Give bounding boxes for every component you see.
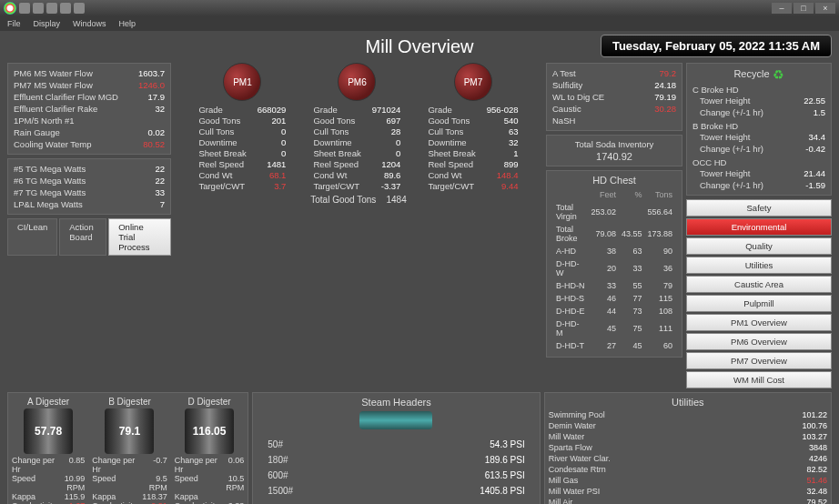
recycle-title: Recycle ♻ (692, 67, 825, 82)
data-row: Caustic30.28 (552, 103, 676, 115)
data-row: PM6 MS Water Flow1603.7 (14, 67, 165, 79)
tab-bar: CI/LeanAction BoardOnline Trial Process (7, 218, 171, 256)
page-header: Mill Overview Tuesday, February 05, 2022… (7, 36, 832, 57)
data-row: Effluent Clarifier Rake32 (14, 103, 165, 115)
steam-header-icon (359, 411, 432, 429)
soda-value: 1740.92 (552, 151, 676, 162)
tab-ci-lean[interactable]: CI/Lean (7, 218, 57, 256)
pm-indicator-icon: PM6 (338, 63, 376, 101)
menu-file[interactable]: File (7, 19, 21, 28)
nav-button-pm-overview[interactable]: PM7 Overview (686, 352, 832, 369)
digesters-panel: A Digester57.78Change per Hr0.85Speed10.… (7, 392, 248, 504)
pm-column: PM6Grade971024Good Tons697Cull Tons28Dow… (313, 63, 400, 191)
tank-icon: 57.78 (24, 408, 73, 454)
nav-button-pulpmill[interactable]: Pulpmill (686, 295, 832, 312)
toolbar-button[interactable] (46, 3, 57, 14)
app-logo-icon (4, 2, 16, 15)
menu-help[interactable]: Help (119, 19, 136, 28)
util-title: Utilities (549, 397, 827, 408)
data-row: Effluent Clarifier Flow MGD17.9 (14, 91, 165, 103)
data-row: LP&L Mega Watts7 (14, 198, 165, 210)
nav-button-quality[interactable]: Quality (686, 237, 832, 255)
data-row: Condesate Rtrn82.52 (549, 464, 827, 475)
menu-bar: File Display Windows Help (0, 16, 839, 31)
data-row: 1PM/5 North #1 (14, 115, 165, 126)
minimize-button[interactable]: – (772, 3, 792, 14)
data-row: 50#54.3 PSI (257, 437, 535, 452)
flow-panel: PM6 MS Water Flow1603.7PM7 MS Water Flow… (7, 63, 171, 155)
button-stack: SafetyEnvironmentalQualityUtilitiesCaust… (686, 199, 832, 388)
soda-panel: Total Soda Inventory 1740.92 (546, 135, 682, 166)
data-row: #6 TG Mega Watts22 (14, 175, 165, 186)
table-row: B-HD-S4677115 (554, 293, 674, 304)
hdchest-title: HD Chest (552, 175, 676, 186)
steam-title: Steam Headers (257, 397, 535, 408)
steam-headers-panel: Steam Headers 50#54.3 PSI180#189.6 PSI60… (252, 392, 540, 504)
table-row: D-HD-T274560 (554, 340, 674, 351)
pm-indicator-icon: PM7 (454, 63, 492, 101)
recycle-item: OCC HDTower Height21.44Change (+/-1 hr)-… (692, 157, 825, 191)
digester: A Digester57.78Change per Hr0.85Speed10.… (12, 397, 85, 504)
nav-button-caustic-area[interactable]: Caustic Area (686, 276, 832, 293)
data-row: Rain Gauge0.02 (14, 126, 165, 138)
table-row: A-HD386390 (554, 246, 674, 257)
data-row: #7 TG Mega Watts33 (14, 186, 165, 198)
data-row: Mill Gas51.46 (549, 475, 827, 486)
tank-icon: 79.1 (105, 408, 154, 454)
menu-windows[interactable]: Windows (73, 19, 106, 28)
data-row: WL to Dig CE79.19 (552, 91, 676, 103)
data-row: Sulfidity24.18 (552, 79, 676, 91)
data-row: A Test79.2 (552, 67, 676, 79)
data-row: Mill Water103.27 (549, 431, 827, 442)
nav-button-pm-overview[interactable]: PM6 Overview (686, 333, 832, 350)
data-row: River Water Clar.4246 (549, 453, 827, 464)
close-button[interactable]: × (815, 3, 835, 14)
clock-display: Tuesday, February 05, 2022 11:35 AM (601, 35, 832, 57)
data-row: NaSH (552, 115, 676, 126)
tg-panel: #5 TG Mega Watts22#6 TG Mega Watts22#7 T… (7, 158, 171, 215)
table-row: D-HD-W203336 (554, 258, 674, 278)
toolbar-button[interactable] (19, 3, 30, 14)
data-row: #5 TG Mega Watts22 (14, 163, 165, 175)
utilities-panel: Utilities Swimming Pool101.22Demin Water… (544, 392, 832, 504)
hdchest-panel: HD Chest Feet%TonsTotal Virgin253.02556.… (546, 170, 682, 358)
data-row: Demin Water100.76 (549, 420, 827, 431)
digester: B Digester79.1Change per Hr-0.7Speed9.5 … (92, 397, 167, 504)
recycle-item: B Broke HDTower Height34.4Change (+/-1 h… (692, 121, 825, 155)
nav-button-wm-mill-cost[interactable]: WM Mill Cost (686, 371, 832, 388)
soda-label: Total Soda Inventory (552, 139, 676, 149)
title-bar: – □ × (0, 0, 839, 16)
data-row: 1500#1405.8 PSI (257, 483, 535, 499)
data-row: Sparta Flow3848 (549, 442, 827, 453)
table-row: Total Virgin253.02556.64 (554, 202, 674, 222)
recycle-panel: Recycle ♻ C Broke HDTower Height22.55Cha… (686, 63, 832, 196)
data-row: Mill Air79.52 (549, 497, 827, 504)
tests-panel: A Test79.2Sulfidity24.18WL to Dig CE79.1… (546, 63, 682, 131)
table-row: D-HD-E4473108 (554, 306, 674, 317)
tab-action-board[interactable]: Action Board (59, 218, 106, 256)
maximize-button[interactable]: □ (794, 3, 814, 14)
data-row: 600#613.5 PSI (257, 468, 535, 483)
nav-button-safety[interactable]: Safety (686, 199, 832, 217)
pm-column: PM1Grade668029Good Tons201Cull Tons0Down… (198, 63, 286, 191)
nav-button-utilities[interactable]: Utilities (686, 257, 832, 274)
tab-online-trial-process[interactable]: Online Trial Process (108, 218, 171, 256)
nav-button-environmental[interactable]: Environmental (686, 218, 832, 236)
data-row: 180#189.6 PSI (257, 452, 535, 468)
toolbar-button[interactable] (74, 3, 85, 14)
page-title: Mill Overview (366, 36, 474, 56)
table-row: D-HD-M4575111 (554, 318, 674, 338)
tank-icon: 116.05 (185, 408, 234, 454)
pm-row: PM1Grade668029Good Tons201Cull Tons0Down… (175, 63, 542, 191)
total-good-tons: Total Good Tons 1484 (175, 195, 542, 205)
pm-column: PM7Grade956-028Good Tons540Cull Tons63Do… (428, 63, 518, 191)
menu-display[interactable]: Display (34, 19, 61, 28)
digester: D Digester116.05Change per Hr0.06Speed10… (175, 397, 245, 504)
table-row: B-HD-N335579 (554, 280, 674, 291)
data-row: Cooling Water Temp80.52 (14, 138, 165, 150)
nav-button-pm-overview[interactable]: PM1 Overview (686, 314, 832, 331)
toolbar-button[interactable] (33, 3, 44, 14)
toolbar-button[interactable] (60, 3, 71, 14)
data-row: PM7 MS Water Flow1246.0 (14, 79, 165, 91)
data-row: Mill Water PSI32.48 (549, 486, 827, 497)
